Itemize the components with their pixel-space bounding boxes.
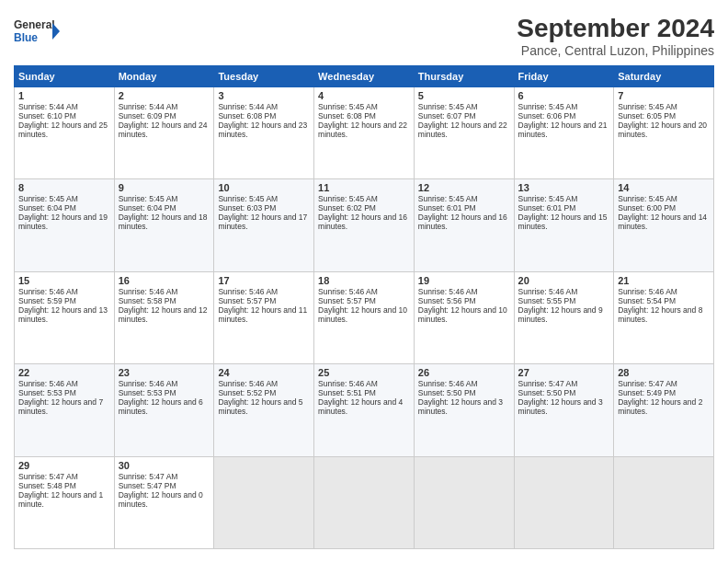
calendar-cell: 8Sunrise: 5:45 AMSunset: 6:04 PMDaylight…	[15, 179, 115, 271]
sunset-text: Sunset: 5:59 PM	[18, 296, 76, 305]
day-number: 29	[18, 460, 110, 471]
daylight-text: Daylight: 12 hours and 14 minutes.	[618, 213, 707, 231]
calendar-cell: 17Sunrise: 5:46 AMSunset: 5:57 PMDayligh…	[214, 271, 314, 363]
sunrise-text: Sunrise: 5:45 AM	[218, 194, 278, 203]
day-number: 10	[218, 182, 310, 193]
column-header-monday: Monday	[114, 66, 214, 87]
sunset-text: Sunset: 5:48 PM	[18, 481, 76, 490]
daylight-text: Daylight: 12 hours and 17 minutes.	[218, 213, 307, 231]
daylight-text: Daylight: 12 hours and 22 minutes.	[418, 121, 507, 139]
sunrise-text: Sunrise: 5:46 AM	[418, 379, 478, 388]
calendar-table: SundayMondayTuesdayWednesdayThursdayFrid…	[14, 65, 714, 549]
sunrise-text: Sunrise: 5:44 AM	[218, 102, 278, 111]
sunset-text: Sunset: 5:49 PM	[618, 388, 676, 397]
column-header-thursday: Thursday	[414, 66, 514, 87]
daylight-text: Daylight: 12 hours and 0 minutes.	[119, 490, 203, 509]
calendar-cell: 1Sunrise: 5:44 AMSunset: 6:10 PMDaylight…	[15, 87, 115, 179]
sunset-text: Sunset: 5:55 PM	[518, 296, 576, 305]
sunset-text: Sunset: 5:53 PM	[18, 388, 76, 397]
sunset-text: Sunset: 6:09 PM	[119, 111, 176, 121]
calendar-cell: 15Sunrise: 5:46 AMSunset: 5:59 PMDayligh…	[15, 271, 115, 363]
sunrise-text: Sunrise: 5:46 AM	[119, 379, 178, 388]
calendar-cell: 26Sunrise: 5:46 AMSunset: 5:50 PMDayligh…	[414, 364, 514, 456]
sunset-text: Sunset: 5:54 PM	[618, 296, 676, 305]
daylight-text: Daylight: 12 hours and 18 minutes.	[119, 213, 208, 231]
calendar-week-1: 1Sunrise: 5:44 AMSunset: 6:10 PMDaylight…	[15, 87, 714, 179]
svg-text:General: General	[14, 18, 55, 31]
day-number: 11	[318, 182, 410, 193]
day-number: 25	[318, 367, 410, 378]
sunrise-text: Sunrise: 5:44 AM	[18, 102, 78, 111]
calendar-cell	[614, 456, 714, 548]
calendar-cell: 12Sunrise: 5:45 AMSunset: 6:01 PMDayligh…	[414, 179, 514, 271]
day-number: 22	[18, 367, 110, 378]
calendar-week-4: 22Sunrise: 5:46 AMSunset: 5:53 PMDayligh…	[15, 364, 714, 456]
calendar-cell: 24Sunrise: 5:46 AMSunset: 5:52 PMDayligh…	[214, 364, 314, 456]
day-number: 3	[218, 90, 310, 101]
calendar-cell: 30Sunrise: 5:47 AMSunset: 5:47 PMDayligh…	[114, 456, 214, 548]
day-number: 19	[418, 275, 510, 286]
daylight-text: Daylight: 12 hours and 23 minutes.	[218, 121, 307, 139]
daylight-text: Daylight: 12 hours and 20 minutes.	[618, 121, 707, 139]
main-title: September 2024	[517, 14, 714, 43]
sunrise-text: Sunrise: 5:46 AM	[119, 287, 178, 296]
calendar-cell: 25Sunrise: 5:46 AMSunset: 5:51 PMDayligh…	[314, 364, 415, 456]
sunrise-text: Sunrise: 5:45 AM	[418, 102, 478, 111]
sunrise-text: Sunrise: 5:46 AM	[318, 287, 378, 296]
calendar-cell: 27Sunrise: 5:47 AMSunset: 5:50 PMDayligh…	[514, 364, 614, 456]
day-number: 4	[318, 90, 410, 101]
sunrise-text: Sunrise: 5:46 AM	[218, 287, 278, 296]
day-number: 17	[218, 275, 310, 286]
sunrise-text: Sunrise: 5:44 AM	[119, 102, 178, 111]
column-header-saturday: Saturday	[614, 66, 714, 87]
calendar-cell: 7Sunrise: 5:45 AMSunset: 6:05 PMDaylight…	[614, 87, 714, 179]
day-number: 30	[119, 460, 210, 471]
day-number: 28	[618, 367, 710, 378]
day-number: 16	[119, 275, 210, 286]
calendar-cell: 4Sunrise: 5:45 AMSunset: 6:08 PMDaylight…	[314, 87, 415, 179]
day-number: 5	[418, 90, 510, 101]
calendar-cell: 19Sunrise: 5:46 AMSunset: 5:56 PMDayligh…	[414, 271, 514, 363]
calendar-cell: 6Sunrise: 5:45 AMSunset: 6:06 PMDaylight…	[514, 87, 614, 179]
calendar-cell: 23Sunrise: 5:46 AMSunset: 5:53 PMDayligh…	[114, 364, 214, 456]
sunrise-text: Sunrise: 5:45 AM	[18, 194, 78, 203]
column-header-sunday: Sunday	[15, 66, 115, 87]
sunset-text: Sunset: 6:10 PM	[18, 111, 76, 121]
calendar-cell: 21Sunrise: 5:46 AMSunset: 5:54 PMDayligh…	[614, 271, 714, 363]
calendar-cell	[514, 456, 614, 548]
sunset-text: Sunset: 5:50 PM	[418, 388, 476, 397]
calendar-cell	[414, 456, 514, 548]
day-number: 27	[518, 367, 610, 378]
sunrise-text: Sunrise: 5:47 AM	[18, 472, 78, 481]
calendar-cell: 22Sunrise: 5:46 AMSunset: 5:53 PMDayligh…	[15, 364, 115, 456]
calendar-cell: 16Sunrise: 5:46 AMSunset: 5:58 PMDayligh…	[114, 271, 214, 363]
sunrise-text: Sunrise: 5:46 AM	[18, 379, 78, 388]
calendar-cell: 28Sunrise: 5:47 AMSunset: 5:49 PMDayligh…	[614, 364, 714, 456]
sunset-text: Sunset: 6:07 PM	[418, 111, 476, 121]
sunrise-text: Sunrise: 5:45 AM	[119, 194, 178, 203]
calendar-cell: 14Sunrise: 5:45 AMSunset: 6:00 PMDayligh…	[614, 179, 714, 271]
daylight-text: Daylight: 12 hours and 11 minutes.	[218, 305, 307, 324]
calendar-week-3: 15Sunrise: 5:46 AMSunset: 5:59 PMDayligh…	[15, 271, 714, 363]
day-number: 20	[518, 275, 610, 286]
sunset-text: Sunset: 6:08 PM	[218, 111, 276, 121]
daylight-text: Daylight: 12 hours and 1 minute.	[18, 490, 103, 509]
sunset-text: Sunset: 6:04 PM	[18, 203, 76, 213]
day-number: 14	[618, 182, 710, 193]
day-number: 8	[18, 182, 110, 193]
calendar-cell: 2Sunrise: 5:44 AMSunset: 6:09 PMDaylight…	[114, 87, 214, 179]
daylight-text: Daylight: 12 hours and 22 minutes.	[318, 121, 407, 139]
daylight-text: Daylight: 12 hours and 7 minutes.	[18, 397, 103, 416]
daylight-text: Daylight: 12 hours and 10 minutes.	[418, 305, 507, 324]
sunrise-text: Sunrise: 5:45 AM	[518, 194, 578, 203]
calendar-cell	[214, 456, 314, 548]
title-block: September 2024 Pance, Central Luzon, Phi…	[517, 14, 714, 58]
sunrise-text: Sunrise: 5:45 AM	[518, 102, 578, 111]
sunrise-text: Sunrise: 5:46 AM	[418, 287, 478, 296]
sunrise-text: Sunrise: 5:45 AM	[618, 194, 677, 203]
day-number: 9	[119, 182, 210, 193]
sunset-text: Sunset: 6:01 PM	[518, 203, 576, 213]
column-header-tuesday: Tuesday	[214, 66, 314, 87]
daylight-text: Daylight: 12 hours and 19 minutes.	[18, 213, 108, 231]
day-number: 7	[618, 90, 710, 101]
